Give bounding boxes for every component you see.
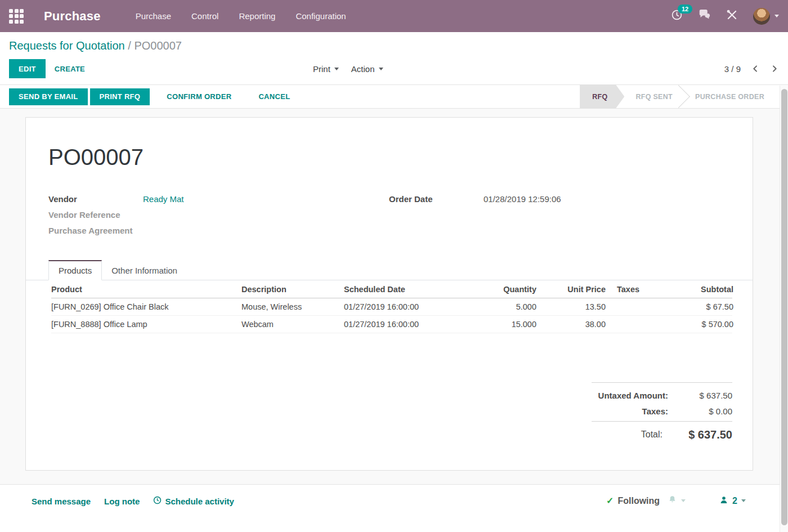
activities-button[interactable]: 12 xyxy=(671,9,683,23)
menu-item-reporting[interactable]: Reporting xyxy=(239,11,275,21)
cell-product: [FURN_8888] Office Lamp xyxy=(51,320,241,329)
breadcrumb-current: PO00007 xyxy=(134,39,182,52)
follower-controls: ✓ Following 2 xyxy=(606,495,746,507)
untaxed-amount-value: $ 637.50 xyxy=(676,391,732,400)
taxes-value: $ 0.00 xyxy=(676,406,732,416)
vendor-label: Vendor xyxy=(48,194,143,204)
cell-subtotal: $ 570.00 xyxy=(673,320,733,329)
untaxed-amount-label: Untaxed Amount: xyxy=(592,391,676,400)
chevron-down-icon xyxy=(379,68,383,70)
print-rfq-button[interactable]: PRINT RFQ xyxy=(90,88,150,105)
order-lines-header: Product Description Scheduled Date Quant… xyxy=(26,281,753,298)
cell-quantity: 15.000 xyxy=(424,320,536,329)
statusbar: SEND BY EMAIL PRINT RFQ CONFIRM ORDER CA… xyxy=(0,84,788,109)
check-icon: ✓ xyxy=(606,495,614,506)
cancel-button[interactable]: CANCEL xyxy=(249,88,299,105)
breadcrumb: Requests for Quotation / PO00007 xyxy=(9,39,182,52)
vendor-reference-label: Vendor Reference xyxy=(48,210,143,220)
chevron-down-icon xyxy=(681,499,686,502)
send-message-button[interactable]: Send message xyxy=(32,497,91,506)
followers-menu[interactable]: 2 xyxy=(719,495,746,507)
cell-description: Mouse, Wireless xyxy=(241,302,344,311)
schedule-activity-button[interactable]: Schedule activity xyxy=(153,496,234,506)
cell-product: [FURN_0269] Office Chair Black xyxy=(51,302,241,311)
purchase-agreement-label: Purchase Agreement xyxy=(48,226,143,235)
confirm-order-button[interactable]: CONFIRM ORDER xyxy=(158,88,240,105)
chatter-actions: Send message Log note Schedule activity xyxy=(32,496,234,506)
untaxed-amount-row: Untaxed Amount: $ 637.50 xyxy=(592,387,732,403)
totals-divider xyxy=(592,421,732,422)
scrollbar-thumb[interactable] xyxy=(781,89,787,525)
debug-tools-button[interactable] xyxy=(726,9,738,23)
field-group-right: Order Date 01/28/2019 12:59:06 xyxy=(389,191,704,207)
col-header-scheduled-date: Scheduled Date xyxy=(344,285,424,294)
action-menus: Print Action xyxy=(313,64,383,74)
action-menu-label: Action xyxy=(351,64,375,74)
control-panel: Requests for Quotation / PO00007 EDIT CR… xyxy=(0,32,788,84)
record-pager: 3 / 9 xyxy=(724,64,779,74)
menu-item-control[interactable]: Control xyxy=(191,11,218,21)
field-group-left: Vendor Ready Mat Vendor Reference Purcha… xyxy=(48,191,364,238)
pager-next-button[interactable] xyxy=(770,64,779,73)
send-by-email-button[interactable]: SEND BY EMAIL xyxy=(9,88,88,105)
notifications-bell-menu[interactable] xyxy=(668,495,686,507)
cell-description: Webcam xyxy=(241,320,344,329)
cell-scheduled-date: 01/27/2019 16:00:00 xyxy=(344,320,424,329)
total-row: Total: $ 637.50 xyxy=(592,425,732,444)
print-menu[interactable]: Print xyxy=(313,64,339,74)
totals-summary: Untaxed Amount: $ 637.50 Taxes: $ 0.00 T… xyxy=(592,382,732,444)
total-label: Total: xyxy=(592,430,670,440)
status-steps: RFQ RFQ SENT PURCHASE ORDER xyxy=(580,85,776,108)
menu-item-configuration[interactable]: Configuration xyxy=(296,11,346,21)
breadcrumb-parent-link[interactable]: Requests for Quotation xyxy=(9,39,125,52)
pager-value: 3 / 9 xyxy=(724,64,741,74)
status-step-rfq[interactable]: RFQ xyxy=(580,85,624,108)
top-navbar: Purchase Purchase Control Reporting Conf… xyxy=(0,0,788,32)
following-button[interactable]: ✓ Following xyxy=(606,495,660,506)
total-value: $ 637.50 xyxy=(670,428,732,441)
app-title[interactable]: Purchase xyxy=(44,9,101,24)
main-menu: Purchase Control Reporting Configuration xyxy=(136,11,346,21)
menu-item-purchase[interactable]: Purchase xyxy=(136,11,171,21)
chevron-down-icon xyxy=(334,68,339,70)
breadcrumb-separator: / xyxy=(128,39,131,52)
activity-count-badge: 12 xyxy=(678,5,692,14)
table-row[interactable]: [FURN_8888] Office Lamp Webcam 01/27/201… xyxy=(26,316,753,333)
tools-icon xyxy=(726,9,738,23)
messages-button[interactable] xyxy=(698,9,711,23)
notebook-tabs: Products Other Information xyxy=(26,260,753,280)
form-sheet: PO00007 Vendor Ready Mat Vendor Referenc… xyxy=(25,117,753,471)
chevron-down-icon xyxy=(774,15,779,17)
order-date-field: Order Date 01/28/2019 12:59:06 xyxy=(389,191,704,207)
vendor-field: Vendor Ready Mat xyxy=(48,191,364,207)
pager-previous-button[interactable] xyxy=(751,64,760,73)
tab-products[interactable]: Products xyxy=(48,260,102,280)
scrollbar-track[interactable] xyxy=(780,86,788,532)
order-date-label: Order Date xyxy=(389,194,483,204)
followers-count: 2 xyxy=(732,496,737,506)
form-view: PO00007 Vendor Ready Mat Vendor Referenc… xyxy=(0,109,788,484)
col-header-description: Description xyxy=(241,285,344,294)
cell-subtotal: $ 67.50 xyxy=(673,302,733,311)
col-header-quantity: Quantity xyxy=(424,285,536,294)
cell-unit-price: 13.50 xyxy=(536,302,606,311)
action-menu[interactable]: Action xyxy=(351,64,383,74)
cell-unit-price: 38.00 xyxy=(536,320,606,329)
edit-button[interactable]: EDIT xyxy=(9,59,46,78)
status-step-purchase-order[interactable]: PURCHASE ORDER xyxy=(684,85,776,108)
log-note-button[interactable]: Log note xyxy=(104,497,140,506)
purchase-agreement-field: Purchase Agreement xyxy=(48,222,364,238)
tab-other-information[interactable]: Other Information xyxy=(102,261,187,280)
table-row[interactable]: [FURN_0269] Office Chair Black Mouse, Wi… xyxy=(26,298,753,316)
order-date-value: 01/28/2019 12:59:06 xyxy=(483,194,561,204)
cell-scheduled-date: 01/27/2019 16:00:00 xyxy=(344,302,424,311)
col-header-subtotal: Subtotal xyxy=(673,285,733,294)
user-menu[interactable] xyxy=(753,8,779,25)
following-label: Following xyxy=(617,496,660,506)
vendor-value-link[interactable]: Ready Mat xyxy=(143,194,184,204)
bell-icon xyxy=(668,495,677,507)
chat-icon xyxy=(698,9,711,23)
apps-menu-icon[interactable] xyxy=(9,9,24,24)
cell-quantity: 5.000 xyxy=(424,302,536,311)
create-button[interactable]: CREATE xyxy=(46,59,94,78)
